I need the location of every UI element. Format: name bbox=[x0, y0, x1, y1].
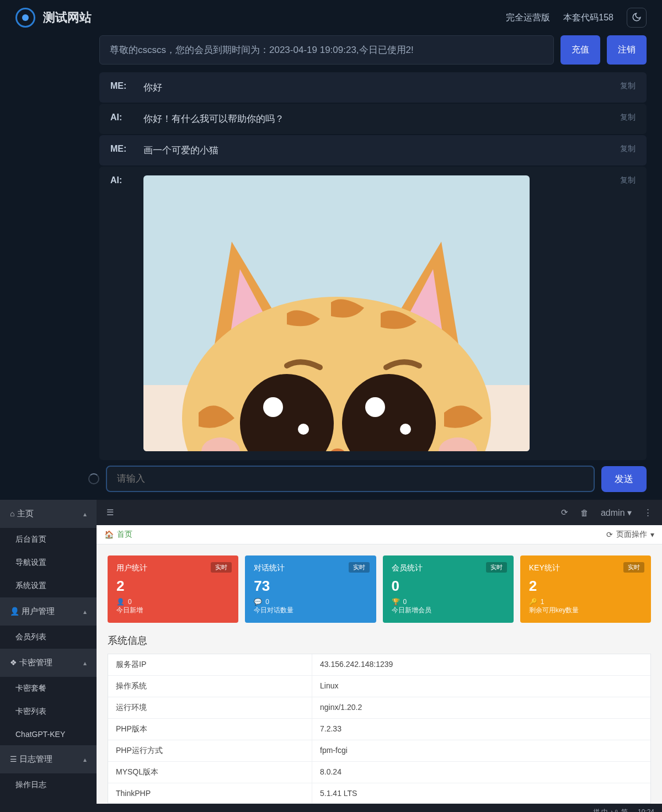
sidebar-item-member-list[interactable]: 会员列表 bbox=[0, 626, 97, 649]
sidebar-item-card-list[interactable]: 卡密列表 bbox=[0, 700, 97, 723]
table-row: MYSQL版本8.0.24 bbox=[108, 762, 650, 783]
sidebar-item-op-log[interactable]: 操作日志 bbox=[0, 773, 97, 797]
table-row: 操作系统Linux bbox=[108, 676, 650, 697]
sys-key: 运行环境 bbox=[108, 697, 312, 718]
clock: 10:24 bbox=[638, 808, 654, 812]
svg-point-5 bbox=[263, 397, 283, 417]
sys-val: 5.1.41 LTS bbox=[312, 783, 650, 803]
chevron-down-icon: ▾ bbox=[650, 530, 654, 539]
message-row: ME: 画一个可爱的小猫 复制 bbox=[99, 135, 647, 165]
more-icon[interactable]: ⋮ bbox=[644, 507, 652, 517]
app-header: 测试网站 完全运营版 本套代码158 bbox=[0, 0, 662, 35]
breadcrumb-label: 首页 bbox=[117, 530, 132, 539]
refresh-icon: ⟳ bbox=[606, 530, 613, 539]
admin-topbar: ☰ ⟳ 🗑 admin ▾ ⋮ bbox=[97, 500, 662, 525]
admin-panel: ⌂ 主页 ▴ 后台首页 导航设置 系统设置 👤 用户管理 ▴ 会员列表 ❖ 卡密… bbox=[0, 500, 662, 804]
badge-realtime: 实时 bbox=[211, 562, 232, 573]
card-sub-val: 0 bbox=[265, 598, 269, 606]
message-list: ME: 你好 复制 AI: 你好！有什么我可以帮助你的吗？ 复制 ME: 画一个… bbox=[99, 72, 647, 460]
sidebar-item-dashboard[interactable]: 后台首页 bbox=[0, 528, 97, 551]
copy-button[interactable]: 复制 bbox=[620, 144, 636, 157]
copy-button[interactable]: 复制 bbox=[620, 175, 636, 451]
message-text: 画一个可爱的小猫 bbox=[143, 144, 609, 157]
sidebar-section-users[interactable]: 👤 用户管理 ▴ bbox=[0, 597, 97, 626]
sys-key: PHP版本 bbox=[108, 719, 312, 740]
link-full-version[interactable]: 完全运营版 bbox=[506, 12, 550, 24]
user-icon: 👤 bbox=[116, 598, 125, 606]
table-row: 运行环境nginx/1.20.2 bbox=[108, 697, 650, 719]
home-icon: ⌂ bbox=[10, 509, 14, 518]
sys-key: 服务器IP bbox=[108, 654, 312, 675]
theme-toggle-button[interactable] bbox=[627, 8, 647, 28]
message-text: 你好！有什么我可以帮助你的吗？ bbox=[143, 113, 609, 125]
key-icon: 🔑 bbox=[529, 598, 537, 606]
sys-key: 操作系统 bbox=[108, 676, 312, 697]
input-row: 发送 bbox=[0, 466, 662, 500]
sidebar-section-logs[interactable]: ☰ 日志管理 ▴ bbox=[0, 745, 97, 773]
message-role: ME: bbox=[110, 81, 132, 94]
message-text: 你好 bbox=[143, 81, 609, 94]
log-icon: ☰ bbox=[10, 755, 17, 763]
sidebar-item-sys-settings[interactable]: 系统设置 bbox=[0, 574, 97, 597]
sys-val: 8.0.24 bbox=[312, 762, 650, 783]
trash-icon[interactable]: 🗑 bbox=[580, 508, 589, 517]
sys-key: ThinkPHP bbox=[108, 783, 312, 803]
table-row: ThinkPHP5.1.41 LTS bbox=[108, 783, 650, 803]
user-menu[interactable]: admin ▾ bbox=[601, 507, 632, 518]
sidebar-item-chatgpt-key[interactable]: ChatGPT-KEY bbox=[0, 723, 97, 745]
table-row: PHP运行方式fpm-fcgi bbox=[108, 740, 650, 762]
system-info-title: 系统信息 bbox=[97, 634, 662, 654]
send-button[interactable]: 发送 bbox=[601, 466, 647, 492]
page-ops-dropdown[interactable]: ⟳ 页面操作 ▾ bbox=[606, 530, 654, 539]
os-taskbar: 拼 中 ♪ º, 简 10:24 bbox=[0, 804, 662, 812]
loading-spinner-icon bbox=[88, 473, 99, 484]
sidebar-section-cards[interactable]: ❖ 卡密管理 ▴ bbox=[0, 649, 97, 677]
message-row: AI: 你好！有什么我可以帮助你的吗？ 复制 bbox=[99, 104, 647, 134]
card-sub: 🔑1 bbox=[529, 598, 642, 606]
card-sub-val: 0 bbox=[403, 598, 407, 606]
card-sub2: 剩余可用key数量 bbox=[529, 606, 642, 615]
chat-icon: 💬 bbox=[254, 598, 262, 606]
copy-button[interactable]: 复制 bbox=[620, 113, 636, 125]
sidebar-label: 卡密管理 bbox=[19, 658, 52, 667]
logout-button[interactable]: 注销 bbox=[607, 35, 647, 65]
card-value: 0 bbox=[392, 578, 505, 595]
menu-toggle-icon[interactable]: ☰ bbox=[106, 507, 114, 517]
sidebar-section-home[interactable]: ⌂ 主页 ▴ bbox=[0, 500, 97, 528]
badge-realtime: 实时 bbox=[623, 562, 644, 573]
recharge-button[interactable]: 充值 bbox=[560, 35, 600, 65]
card-sub: 👤0 bbox=[116, 598, 229, 606]
admin-main: 🏠 首页 ⟳ 页面操作 ▾ 实时 用户统计 2 👤0 今日新增 实时 对话统计 … bbox=[97, 500, 662, 804]
link-code[interactable]: 本套代码158 bbox=[563, 12, 613, 24]
user-name-label: admin bbox=[601, 508, 625, 517]
message-role: ME: bbox=[110, 144, 132, 157]
copy-button[interactable]: 复制 bbox=[620, 81, 636, 94]
card-sub2: 今日新增会员 bbox=[392, 606, 505, 615]
message-role: AI: bbox=[110, 175, 132, 451]
admin-sidebar: ⌂ 主页 ▴ 后台首页 导航设置 系统设置 👤 用户管理 ▴ 会员列表 ❖ 卡密… bbox=[0, 500, 97, 804]
message-role: AI: bbox=[110, 113, 132, 125]
card-icon: ❖ bbox=[10, 658, 17, 667]
system-info-table: 服务器IP43.156.242.148:1239 操作系统Linux 运行环境n… bbox=[108, 654, 651, 804]
sidebar-label: 主页 bbox=[17, 509, 34, 518]
stat-card-users: 实时 用户统计 2 👤0 今日新增 bbox=[108, 555, 238, 623]
sys-val: 7.2.33 bbox=[312, 719, 650, 740]
sys-val: fpm-fcgi bbox=[312, 740, 650, 761]
svg-point-8 bbox=[400, 424, 411, 435]
svg-point-7 bbox=[365, 397, 385, 417]
chat-app: 测试网站 完全运营版 本套代码158 尊敬的cscscs，您的会员到期时间为：2… bbox=[0, 0, 662, 500]
refresh-icon[interactable]: ⟳ bbox=[561, 507, 568, 517]
user-icon: 👤 bbox=[10, 607, 19, 616]
breadcrumb[interactable]: 🏠 首页 bbox=[104, 530, 132, 539]
message-input-container[interactable] bbox=[106, 466, 595, 492]
message-row: ME: 你好 复制 bbox=[99, 72, 647, 103]
message-input[interactable] bbox=[117, 473, 584, 484]
sidebar-item-card-package[interactable]: 卡密套餐 bbox=[0, 677, 97, 700]
ime-indicator[interactable]: 拼 中 ♪ º, 简 bbox=[593, 808, 628, 813]
stat-card-keys: 实时 KEY统计 2 🔑1 剩余可用key数量 bbox=[520, 555, 651, 623]
cat-illustration-icon bbox=[143, 175, 530, 451]
header-right: 完全运营版 本套代码158 bbox=[506, 8, 647, 28]
sidebar-item-nav-settings[interactable]: 导航设置 bbox=[0, 551, 97, 574]
message-image-container bbox=[143, 175, 609, 451]
card-sub: 💬0 bbox=[254, 598, 367, 606]
